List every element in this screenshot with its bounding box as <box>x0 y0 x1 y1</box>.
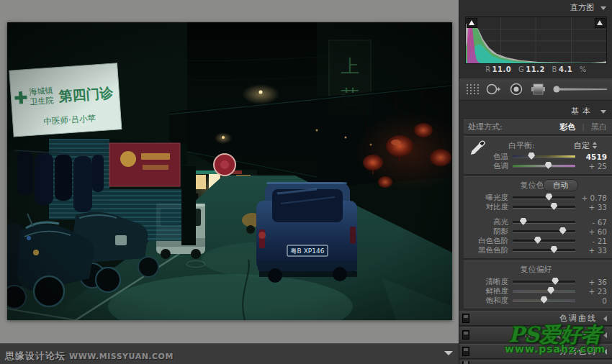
slider-thumb[interactable] <box>534 237 541 244</box>
slider-whites[interactable]: 白色色阶 - 21 <box>465 236 607 245</box>
slider-tint[interactable]: 色调 + 25 <box>465 161 607 170</box>
slider-exposure[interactable]: 曝光度 + 0.78 <box>465 193 607 202</box>
vignette <box>7 22 452 320</box>
slider-thumb[interactable] <box>559 227 567 235</box>
rgb-readout: R11.0 G11.2 B4.1 % <box>459 64 612 76</box>
auto-tone-button[interactable]: 自动 <box>543 179 578 191</box>
slider-thumb[interactable] <box>547 287 554 294</box>
treatment-bw-option[interactable]: 黑白 <box>591 122 607 132</box>
hsl-panel-header[interactable]: HSL / 颜色 / 黑白 <box>459 327 612 342</box>
chevron-left-icon <box>603 332 607 338</box>
graduated-filter-icon[interactable] <box>531 82 546 96</box>
slider-thumb[interactable] <box>550 246 557 253</box>
tab-bw[interactable]: 黑白 <box>581 329 597 340</box>
treatment-row: 处理方式: 彩色 | 黑白 <box>464 119 612 135</box>
slider-contrast[interactable]: 对比度 + 33 <box>465 202 607 211</box>
slider-thumb[interactable] <box>520 218 527 225</box>
chevron-left-icon <box>603 349 607 355</box>
slider-thumb[interactable] <box>550 203 557 210</box>
tab-color[interactable]: 颜色 <box>552 329 568 340</box>
slider-thumb[interactable] <box>541 296 548 304</box>
slider-saturation[interactable]: 饱和度 0 <box>465 296 607 305</box>
next-panel-header[interactable] <box>459 360 612 364</box>
panel-toggle-switch[interactable] <box>462 347 469 356</box>
panel-toggle-switch[interactable] <box>462 314 469 323</box>
wb-eyedropper-icon[interactable] <box>468 139 487 158</box>
develop-panel: 直方图 R11.0 G11.2 B4.1 % <box>459 0 612 364</box>
tool-strip <box>459 78 612 101</box>
adjustment-brush-icon[interactable] <box>552 83 607 95</box>
tone-curve-panel-header[interactable]: 色调曲线 <box>459 311 612 326</box>
filmstrip-collapse-arrow-icon[interactable] <box>444 351 453 355</box>
updown-arrows-icon <box>593 142 597 149</box>
presence-section-header[interactable]: 复位偏好 <box>521 264 552 275</box>
spot-removal-icon[interactable] <box>485 82 502 96</box>
white-balance-section: 白平衡: 自定 色温 4519 色调 + 25 <box>464 136 612 175</box>
histogram[interactable] <box>465 17 607 64</box>
slider-vibrance[interactable]: 鲜艳度 + 23 <box>465 286 607 296</box>
photo-canvas[interactable]: 上 艺 <box>7 22 452 320</box>
crop-overlay-icon[interactable] <box>465 83 479 96</box>
treatment-color-option[interactable]: 彩色 <box>559 122 575 132</box>
slider-highlights[interactable]: 高光 - 67 <box>465 217 607 227</box>
panel-toggle-switch[interactable] <box>462 360 469 364</box>
tone-section: 复位色调 自动 曝光度 + 0.78 对比度 + 33 高光 - 67 阴影 <box>464 176 612 259</box>
slider-thumb[interactable] <box>552 278 559 285</box>
missyuan-watermark: 思缘设计论坛WWW.MISSYUAN.COM <box>5 348 174 363</box>
shadow-clipping-indicator[interactable] <box>467 18 477 28</box>
slider-shadows[interactable]: 阴影 + 60 <box>465 227 607 236</box>
slider-thumb[interactable] <box>545 162 552 169</box>
red-eye-icon[interactable] <box>509 82 524 96</box>
presence-section: 复位偏好 清晰度 + 36 鲜艳度 + 23 饱和度 0 <box>464 260 612 309</box>
split-toning-panel-header[interactable]: 分离色调 <box>459 344 612 359</box>
slider-clarity[interactable]: 清晰度 + 36 <box>465 277 607 286</box>
tab-hsl[interactable]: HSL <box>524 330 539 340</box>
slider-thumb[interactable] <box>545 194 552 201</box>
slider-blacks[interactable]: 黑色色阶 + 33 <box>465 245 607 255</box>
chevron-left-icon <box>603 316 607 322</box>
photo-workspace: 上 艺 <box>0 0 459 343</box>
highlight-clipping-indicator[interactable] <box>595 18 606 28</box>
lightroom-window: 上 艺 <box>0 0 612 364</box>
chevron-down-icon <box>600 6 606 10</box>
basic-panel-header[interactable]: 基本 <box>459 104 612 119</box>
histogram-panel-header[interactable]: 直方图 <box>459 0 612 16</box>
slider-thumb[interactable] <box>528 153 535 160</box>
panel-toggle-switch[interactable] <box>462 330 469 340</box>
wb-preset-select[interactable]: 自定 <box>574 140 597 151</box>
filmstrip-bar: 思缘设计论坛WWW.MISSYUAN.COM <box>0 343 459 364</box>
chevron-down-icon <box>600 110 606 114</box>
